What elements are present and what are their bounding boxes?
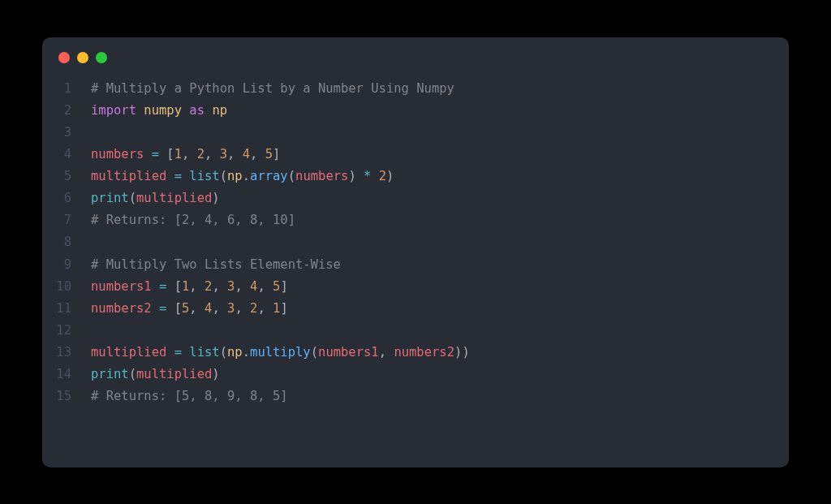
code-content: # Returns: [2, 4, 6, 8, 10] [91, 209, 295, 231]
code-line: 7# Returns: [2, 4, 6, 8, 10] [42, 209, 789, 231]
code-content: # Returns: [5, 8, 9, 8, 5] [91, 386, 288, 407]
line-number: 12 [42, 320, 91, 342]
line-number: 9 [42, 254, 91, 276]
titlebar [42, 37, 789, 71]
line-number: 5 [42, 166, 91, 187]
code-content: print(multiplied) [91, 364, 220, 386]
code-content: import numpy as np [91, 100, 227, 122]
minimize-icon[interactable] [77, 52, 88, 63]
line-number: 11 [42, 298, 91, 320]
line-number: 4 [42, 144, 91, 166]
code-line: 15# Returns: [5, 8, 9, 8, 5] [42, 386, 789, 407]
code-content: numbers = [1, 2, 3, 4, 5] [91, 144, 280, 166]
code-line: 14print(multiplied) [42, 364, 789, 386]
code-line: 13multiplied = list(np.multiply(numbers1… [42, 342, 789, 364]
code-line: 8 [42, 231, 789, 253]
line-number: 14 [42, 364, 91, 386]
code-content [91, 122, 98, 144]
line-number: 1 [42, 78, 91, 100]
line-number: 7 [42, 209, 91, 231]
code-content: # Multiply Two Lists Element-Wise [91, 254, 341, 276]
line-number: 15 [42, 386, 91, 407]
line-number: 6 [42, 187, 91, 209]
code-editor[interactable]: 1# Multiply a Python List by a Number Us… [42, 71, 789, 424]
code-line: 11numbers2 = [5, 4, 3, 2, 1] [42, 298, 789, 320]
code-line: 3 [42, 122, 789, 144]
code-content: multiplied = list(np.array(numbers) * 2) [91, 166, 394, 187]
code-window: 1# Multiply a Python List by a Number Us… [42, 37, 789, 467]
code-line: 5multiplied = list(np.array(numbers) * 2… [42, 166, 789, 187]
code-content: # Multiply a Python List by a Number Usi… [91, 78, 454, 100]
code-line: 4numbers = [1, 2, 3, 4, 5] [42, 144, 789, 166]
code-line: 6print(multiplied) [42, 187, 789, 209]
code-line: 12 [42, 320, 789, 342]
line-number: 3 [42, 122, 91, 144]
code-line: 1# Multiply a Python List by a Number Us… [42, 78, 789, 100]
code-content: numbers1 = [1, 2, 3, 4, 5] [91, 276, 288, 298]
code-content: multiplied = list(np.multiply(numbers1, … [91, 342, 470, 364]
code-content: numbers2 = [5, 4, 3, 2, 1] [91, 298, 288, 320]
close-icon[interactable] [58, 52, 70, 63]
line-number: 13 [42, 342, 91, 364]
code-line: 10numbers1 = [1, 2, 3, 4, 5] [42, 276, 789, 298]
line-number: 2 [42, 100, 91, 122]
line-number: 10 [42, 276, 91, 298]
code-content [91, 231, 98, 253]
line-number: 8 [42, 231, 91, 253]
code-line: 2import numpy as np [42, 100, 789, 122]
code-content: print(multiplied) [91, 187, 220, 209]
maximize-icon[interactable] [96, 52, 107, 63]
code-line: 9# Multiply Two Lists Element-Wise [42, 254, 789, 276]
code-content [91, 320, 98, 342]
